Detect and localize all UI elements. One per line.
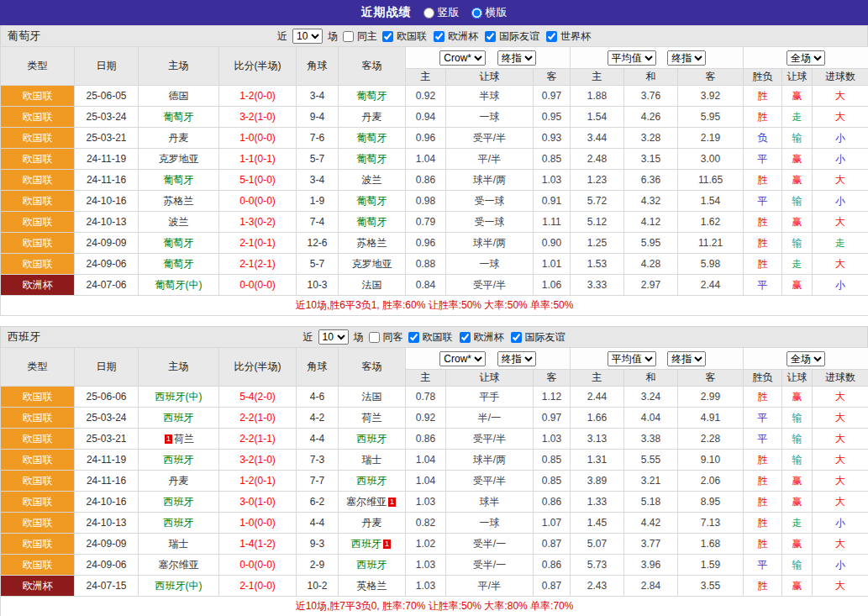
away-team-cell[interactable]: 法国: [339, 387, 406, 408]
match-date-cell: 24-10-13: [75, 513, 139, 534]
fulltime-select[interactable]: 全场: [786, 50, 825, 66]
away-team-cell[interactable]: 葡萄牙: [339, 212, 406, 233]
avg-home-cell: 3.33: [571, 275, 624, 296]
match-type-cell: 欧国联: [1, 212, 75, 233]
home-team-cell[interactable]: 波兰: [139, 212, 219, 233]
average-select[interactable]: 平均值: [608, 50, 656, 66]
competition-filter[interactable]: 欧洲杯: [460, 330, 504, 345]
odds-handicap-cell: 平手: [446, 387, 534, 408]
competition-checkbox[interactable]: [460, 332, 471, 343]
corner-cell: 5-7: [297, 254, 339, 275]
away-team-cell[interactable]: 葡萄牙: [339, 149, 406, 170]
match-count-select[interactable]: 10: [292, 29, 323, 44]
match-count-select[interactable]: 10: [318, 329, 349, 345]
avg-away-cell: 1.62: [678, 212, 744, 233]
home-team-cell[interactable]: 德国: [139, 86, 219, 107]
same-venue-filter[interactable]: 同主: [343, 29, 377, 44]
bookmaker-select[interactable]: Crow*: [439, 50, 486, 66]
home-team-cell[interactable]: 葡萄牙(中): [139, 275, 219, 296]
home-team-cell[interactable]: 1荷兰: [139, 429, 219, 450]
col-header-avg-home: 主: [571, 370, 624, 387]
competition-checkbox[interactable]: [382, 31, 393, 42]
competition-checkbox[interactable]: [434, 31, 445, 42]
competition-filter[interactable]: 国际友谊: [511, 330, 566, 345]
away-team-cell[interactable]: 丹麦: [339, 107, 406, 128]
home-team-cell[interactable]: 丹麦: [139, 471, 219, 492]
result-wdl-cell: 胜: [744, 471, 782, 492]
away-team-cell[interactable]: 英格兰: [339, 576, 406, 597]
average-stage-select[interactable]: 终指: [667, 351, 706, 366]
away-team-cell[interactable]: 葡萄牙: [339, 128, 406, 149]
away-team-cell[interactable]: 苏格兰: [339, 233, 406, 254]
away-team-cell[interactable]: 丹麦: [339, 513, 406, 534]
competition-checkbox[interactable]: [408, 332, 419, 343]
avg-draw-cell: 3.77: [624, 534, 678, 555]
away-team-cell[interactable]: 葡萄牙: [339, 191, 406, 212]
home-team-cell[interactable]: 西班牙: [139, 408, 219, 429]
col-header-type: 类型: [1, 47, 75, 86]
result-handicap-cell: 输: [782, 555, 813, 576]
home-team-cell[interactable]: 西班牙: [139, 450, 219, 471]
result-wdl-cell: 负: [744, 128, 782, 149]
competition-checkbox[interactable]: [485, 31, 496, 42]
competition-filter[interactable]: 欧国联: [408, 330, 453, 345]
competition-checkbox[interactable]: [546, 31, 557, 42]
home-team-cell[interactable]: 西班牙(中): [139, 387, 219, 408]
home-team-cell[interactable]: 葡萄牙: [139, 254, 219, 275]
away-team-cell[interactable]: 塞尔维亚1: [339, 492, 406, 513]
avg-home-cell: 5.07: [571, 534, 624, 555]
home-team-cell[interactable]: 苏格兰: [139, 191, 219, 212]
layout-vertical-option[interactable]: 竖版: [423, 5, 460, 20]
average-select[interactable]: 平均值: [608, 351, 656, 366]
avg-draw-cell: 4.32: [624, 191, 678, 212]
horizontal-layout-radio[interactable]: [471, 8, 482, 18]
home-team-cell[interactable]: 葡萄牙: [139, 107, 219, 128]
home-team-cell[interactable]: 葡萄牙: [139, 170, 219, 191]
away-team-cell[interactable]: 荷兰: [339, 408, 406, 429]
home-team-cell[interactable]: 克罗地亚: [139, 149, 219, 170]
same-venue-checkbox[interactable]: [369, 332, 380, 343]
home-team-cell[interactable]: 葡萄牙: [139, 233, 219, 254]
away-team-cell[interactable]: 法国: [339, 275, 406, 296]
competition-checkbox[interactable]: [511, 332, 522, 343]
home-team-cell[interactable]: 西班牙: [139, 513, 219, 534]
same-venue-checkbox[interactable]: [343, 31, 354, 42]
away-team-cell[interactable]: 西班牙: [339, 555, 406, 576]
away-team-cell[interactable]: 克罗地亚: [339, 254, 406, 275]
away-team-cell[interactable]: 葡萄牙: [339, 86, 406, 107]
avg-draw-cell: 3.24: [624, 387, 678, 408]
away-team-cell[interactable]: 西班牙: [339, 429, 406, 450]
average-stage-select[interactable]: 终指: [667, 50, 706, 66]
odds-stage-select[interactable]: 终指: [497, 351, 536, 366]
fulltime-select[interactable]: 全场: [786, 351, 825, 366]
same-venue-filter[interactable]: 同客: [369, 330, 403, 345]
home-team-cell[interactable]: 西班牙(中): [139, 576, 219, 597]
away-team-cell[interactable]: 西班牙1: [339, 534, 406, 555]
competition-filter[interactable]: 国际友谊: [485, 29, 539, 44]
odds-stage-select[interactable]: 终指: [497, 50, 536, 66]
match-date-cell: 25-03-24: [75, 408, 139, 429]
home-team-cell[interactable]: 瑞士: [139, 534, 219, 555]
avg-home-cell: 3.89: [571, 471, 624, 492]
avg-away-cell: 9.10: [678, 450, 744, 471]
team-name: 丹麦: [169, 132, 189, 144]
competition-filter[interactable]: 欧国联: [382, 29, 427, 44]
away-team-cell[interactable]: 西班牙: [339, 471, 406, 492]
avg-home-cell: 5.12: [571, 212, 624, 233]
bookmaker-select[interactable]: Crow*: [439, 351, 486, 366]
avg-away-cell: 11.65: [678, 170, 744, 191]
match-row: 欧国联24-09-06塞尔维亚0-0(0-0)2-9西班牙1.03受半/一0.8…: [1, 555, 868, 576]
competition-filter[interactable]: 欧洲杯: [434, 29, 478, 44]
home-team-cell[interactable]: 西班牙: [139, 492, 219, 513]
avg-draw-cell: 3.28: [624, 128, 678, 149]
away-team-cell[interactable]: 瑞士: [339, 450, 406, 471]
competition-filter[interactable]: 世界杯: [546, 29, 591, 44]
match-row: 欧国联25-06-06西班牙(中)5-4(2-0)4-6法国0.78平手1.12…: [1, 387, 868, 408]
home-team-cell[interactable]: 丹麦: [139, 128, 219, 149]
result-goals-cell: 大: [813, 429, 868, 450]
away-team-cell[interactable]: 波兰: [339, 170, 406, 191]
team-name: 荷兰: [174, 433, 194, 445]
layout-horizontal-option[interactable]: 横版: [471, 5, 508, 20]
vertical-layout-radio[interactable]: [423, 8, 434, 18]
home-team-cell[interactable]: 塞尔维亚: [139, 555, 219, 576]
